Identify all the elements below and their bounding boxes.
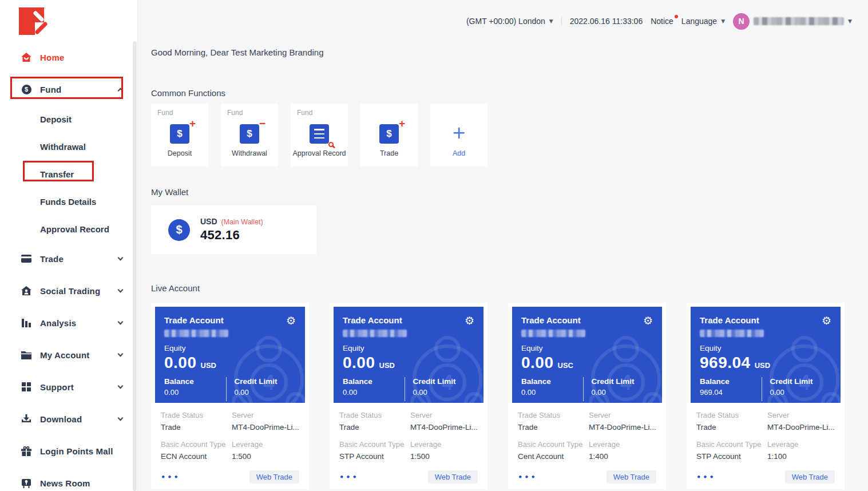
quick-action-approval-record[interactable]: Fund Approval Record	[291, 104, 348, 167]
leverage-label: Leverage	[410, 440, 441, 449]
more-options-icon[interactable]: •••	[696, 473, 716, 481]
section-title-common-functions: Common Functions	[151, 88, 225, 98]
trade-status-value: Trade	[518, 423, 589, 431]
chevron-down-icon	[118, 415, 124, 421]
account-number-redacted	[164, 330, 228, 337]
equity-currency: USD	[201, 361, 216, 370]
trade-status-label: Trade Status	[696, 411, 767, 419]
web-trade-button[interactable]: Web Trade	[785, 470, 835, 484]
panel-divider	[762, 377, 762, 401]
timezone-selector[interactable]: (GMT +00:00) London ▼	[466, 17, 553, 26]
sidebar-item-deposit[interactable]: Deposit	[0, 105, 137, 133]
server-value: MT4-DooPrime-Li...	[589, 423, 656, 431]
leverage-value: 1:100	[767, 452, 798, 461]
add-plus-icon: +	[430, 122, 487, 144]
plus-badge-icon: +	[399, 117, 405, 130]
equity-value: 0.00	[343, 354, 375, 372]
server-value: MT4-DooPrime-Li...	[410, 423, 478, 431]
sidebar-item-approval-record[interactable]: Approval Record	[0, 215, 137, 243]
trade-status-value: Trade	[696, 423, 767, 431]
balance-label: Balance	[700, 377, 762, 386]
sidebar-item-analysis[interactable]: Analysis	[0, 307, 137, 339]
more-options-icon[interactable]: •••	[161, 473, 180, 481]
web-trade-button[interactable]: Web Trade	[607, 470, 656, 484]
sidebar-item-funds-details[interactable]: Funds Details	[0, 188, 137, 215]
credit-limit-label: Credit Limit	[770, 377, 831, 386]
credit-limit-value: 0.00	[591, 388, 653, 397]
more-options-icon[interactable]: •••	[518, 473, 537, 481]
live-account-card: Trade Account ⚙ Equity 0.00 USD Balance …	[151, 303, 309, 489]
account-card-title: Trade Account	[700, 315, 759, 325]
deposit-icon: $ +	[170, 124, 189, 144]
chevron-down-icon: ▼	[721, 18, 725, 24]
gear-icon[interactable]: ⚙	[822, 315, 831, 326]
common-functions-row: Fund $ + Deposit Fund $ − Withdrawal Fun…	[151, 104, 487, 167]
gear-icon[interactable]: ⚙	[286, 315, 296, 326]
sidebar-item-news-room[interactable]: News Room	[0, 467, 137, 491]
plus-badge-icon: +	[189, 117, 196, 130]
card-label: Approval Record	[291, 149, 348, 157]
equity-label: Equity	[700, 344, 831, 353]
sidebar-item-trade[interactable]: Trade	[0, 243, 137, 275]
equity-label: Equity	[521, 344, 653, 353]
sidebar-item-login-points-mall[interactable]: Login Points Mall	[0, 435, 137, 467]
credit-limit-label: Credit Limit	[413, 377, 474, 386]
wallet-card: $ USD (Main Wallet) 452.16	[151, 205, 316, 254]
equity-value: 0.00	[521, 354, 554, 372]
datetime-label: 2022.06.16 11:33:06	[570, 17, 643, 26]
quick-action-withdrawal[interactable]: Fund $ − Withdrawal	[221, 104, 278, 167]
sidebar-item-fund[interactable]: $ Fund	[0, 73, 137, 105]
section-title-live-account: Live Account	[151, 283, 200, 293]
leverage-label: Leverage	[232, 440, 263, 449]
sidebar-item-my-account[interactable]: My Account	[0, 339, 137, 371]
sidebar-item-social-trading[interactable]: Social Trading	[0, 275, 137, 307]
equity-label: Equity	[164, 344, 296, 353]
quick-action-deposit[interactable]: Fund $ + Deposit	[151, 104, 208, 167]
sidebar-scrollbar[interactable]	[133, 41, 137, 491]
web-trade-button[interactable]: Web Trade	[249, 470, 299, 484]
server-label: Server	[767, 411, 835, 419]
account-card-title: Trade Account	[343, 315, 402, 325]
sidebar-item-download[interactable]: Download	[0, 403, 137, 435]
more-options-icon[interactable]: •••	[339, 473, 359, 481]
wallet-tag: (Main Wallet)	[221, 218, 263, 226]
notice-link[interactable]: Notice	[651, 17, 673, 26]
account-details: Trade Status Trade Server MT4-DooPrime-L…	[512, 403, 662, 489]
chevron-down-icon	[118, 255, 124, 261]
sidebar-item-transfer[interactable]: Transfer	[0, 160, 137, 188]
gear-icon[interactable]: ⚙	[465, 315, 474, 326]
card-category: Fund	[227, 109, 243, 117]
quick-action-add[interactable]: + Add	[430, 104, 487, 167]
chevron-down-icon	[118, 383, 124, 389]
language-label: Language	[681, 17, 717, 26]
chevron-down-icon	[118, 351, 124, 357]
account-details: Trade Status Trade Server MT4-DooPrime-L…	[334, 403, 483, 489]
chevron-down-icon: ▼	[549, 18, 553, 24]
panel-divider	[583, 377, 584, 401]
equity-value: 969.04	[700, 354, 751, 372]
sidebar-item-label: Home	[40, 53, 64, 62]
language-selector[interactable]: Language ▼	[681, 17, 725, 26]
sidebar-item-support[interactable]: Support	[0, 371, 137, 403]
web-trade-button[interactable]: Web Trade	[428, 470, 478, 484]
withdrawal-icon: $ −	[240, 124, 259, 144]
balance-value: 0.00	[521, 388, 583, 397]
sidebar-item-withdrawal[interactable]: Withdrawal	[0, 133, 137, 160]
trade-status-value: Trade	[161, 423, 232, 431]
topbar-divider	[561, 17, 562, 26]
card-label: Withdrawal	[221, 149, 278, 157]
credit-limit-label: Credit Limit	[234, 377, 296, 386]
sidebar-item-home[interactable]: Home	[0, 41, 137, 73]
balance-value: 969.04	[700, 388, 762, 397]
account-details: Trade Status Trade Server MT4-DooPrime-L…	[691, 403, 841, 489]
chevron-down-icon	[118, 319, 124, 325]
account-number-redacted	[521, 330, 585, 337]
sidebar-nav: Home $ Fund Deposit Withdrawal Transfer …	[0, 41, 137, 491]
user-menu[interactable]: N ▼	[733, 13, 852, 30]
gear-icon[interactable]: ⚙	[643, 315, 653, 326]
server-label: Server	[589, 411, 656, 419]
brand-logo-icon[interactable]	[19, 7, 52, 37]
chevron-up-icon	[118, 88, 124, 93]
credit-limit-value: 0.00	[413, 388, 474, 397]
quick-action-trade[interactable]: $ + Trade	[360, 104, 418, 167]
